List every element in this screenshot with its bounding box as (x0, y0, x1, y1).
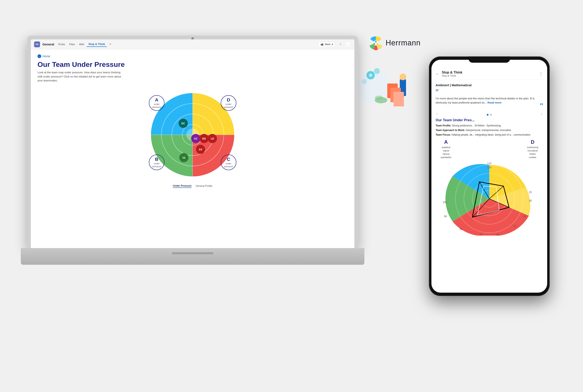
quadrant-d-letter: D (227, 97, 230, 103)
laptop-body: PE General Posts Files Wiki Stop & Think… (27, 36, 358, 248)
team-profile-label: Team Profile: (436, 124, 451, 127)
descriptor-d-words: synthesizingconceptualholisticcreative (522, 146, 543, 159)
info-icon[interactable]: ⓘ (338, 42, 343, 47)
quadrant-b-letter: B (155, 157, 158, 162)
svg-point-2 (375, 41, 377, 43)
svg-text:50: 50 (513, 225, 516, 228)
svg-text:20: 20 (529, 191, 532, 194)
browser-nav: Posts Files Wiki Stop & Think + (57, 41, 113, 47)
carousel-prev[interactable]: ‹ (436, 111, 438, 116)
descriptor-d-letter: D (522, 139, 543, 145)
tab-wiki[interactable]: Wiki (77, 42, 86, 47)
chevron-down-icon: ▾ (332, 43, 333, 46)
tab-posts[interactable]: Posts (57, 42, 67, 47)
phone-title: Stop & Think (442, 70, 536, 74)
tab-files[interactable]: Files (67, 42, 76, 47)
svg-text:120: 120 (487, 166, 492, 169)
quadrant-d-label: D underpressure (221, 95, 236, 111)
phone-content: Ambivert | Mathematical " I'm more about… (431, 80, 547, 288)
team-focus-row: Team Focus: Helping people, de... integr… (436, 133, 543, 137)
svg-point-16 (375, 96, 383, 100)
legend-general-label: General Profile (196, 184, 212, 188)
team-approach-label: Team Approach to Work: (436, 129, 465, 132)
phone-subtitle: Stop & Think (442, 74, 536, 77)
carousel-dot-2[interactable] (490, 114, 492, 116)
descriptor-row: A analyticallogicalrationalquantitative … (436, 138, 543, 161)
legend-general-profile: General Profile (196, 184, 212, 188)
quote-text: I'm more about the people and the vision… (436, 96, 543, 104)
read-more-link[interactable]: Read more (488, 101, 501, 104)
phone-section-title: Our Team Under Pres... (436, 118, 543, 122)
phone-notch (469, 56, 510, 63)
page-content: ⌂ Home Our Team Under Pressure Look at t… (31, 49, 354, 248)
svg-text:100: 100 (443, 201, 447, 204)
phone-header: ← Stop & Think Stop & Think ⋮ (431, 69, 547, 80)
svg-text:70: 70 (479, 233, 482, 236)
svg-point-4 (374, 43, 375, 45)
legend-under-pressure-label: Under Pressure (173, 184, 191, 188)
home-label: Home (42, 54, 50, 58)
legend-under-pressure: Under Pressure (173, 184, 191, 188)
scene: Herrmann (21, 19, 562, 373)
laptop-base (21, 248, 364, 265)
quadrant-c-letter: C (227, 157, 230, 162)
meet-button[interactable]: 📹 Meet ▾ (318, 42, 335, 47)
quote-body: I'm more about the people and the vision… (436, 97, 535, 104)
descriptor-a: A analyticallogicalrationalquantitative (436, 139, 456, 159)
laptop-screen: PE General Posts Files Wiki Stop & Think… (31, 39, 354, 248)
team-focus-label: Team Focus: (436, 133, 451, 136)
pe-badge: PE (34, 42, 40, 47)
laptop: PE General Posts Files Wiki Stop & Think… (21, 36, 364, 265)
herrmann-logo-icon (369, 36, 383, 50)
svg-text:80: 80 (460, 228, 463, 230)
descriptor-a-words: analyticallogicalrationalquantitative (436, 146, 456, 159)
svg-point-3 (376, 43, 378, 45)
quadrant-c-label: C underpressure (221, 154, 236, 170)
page-subtitle: Look at the team map under pressure. How… (37, 70, 125, 83)
svg-text:90: 90 (444, 215, 447, 218)
team-profile-row: Team Profile: Strong preference... D/Yel… (436, 124, 543, 128)
meet-label: Meet (325, 43, 330, 46)
more-icon[interactable]: ··· (346, 42, 351, 47)
svg-text:110: 110 (487, 162, 492, 165)
legend: Under Pressure General Profile (37, 184, 348, 188)
quadrant-labels: A underpressure D underpressure B underp… (145, 87, 240, 183)
carousel-next[interactable]: › (541, 111, 542, 116)
team-focus-value: Helping people, de... integrating ideas.… (451, 133, 530, 136)
team-profile-value: Strong preference... D/Yellow - Synthesi… (452, 124, 501, 127)
team-approach-value: Interpersonal, entrepreneurial, innovati… (466, 129, 511, 132)
brain-map: DC AC DD LD AS (145, 87, 240, 183)
phone-screen: ← Stop & Think Stop & Think ⋮ Ambivert |… (431, 60, 547, 293)
more-options-button[interactable]: ⋮ (539, 72, 543, 76)
video-icon: 📹 (320, 43, 324, 46)
phone-header-titles: Stop & Think Stop & Think (442, 70, 536, 77)
quote-block: " I'm more about the people and the visi… (436, 90, 543, 108)
svg-text:40: 40 (523, 215, 526, 218)
add-tab-button[interactable]: + (108, 41, 113, 47)
radar-chart: 110 120 20 30 40 50 60 70 80 90 100 (436, 162, 543, 236)
team-approach-row: Team Approach to Work: Interpersonal, en… (436, 128, 543, 132)
phone: ← Stop & Think Stop & Think ⋮ Ambivert |… (429, 56, 550, 296)
svg-point-7 (400, 74, 406, 80)
svg-point-14 (369, 74, 372, 77)
browser-right: 📹 Meet ▾ ⓘ ··· (318, 42, 351, 47)
carousel-dot-1[interactable] (487, 114, 489, 116)
quadrant-a-letter: A (155, 97, 158, 103)
quote-open-icon: " (436, 90, 543, 95)
quadrant-a-label: A underpressure (149, 95, 164, 111)
carousel-nav: ‹ › (436, 111, 543, 116)
svg-text:30: 30 (529, 199, 532, 202)
descriptor-a-letter: A (436, 139, 456, 145)
page-title: Our Team Under Pressure (37, 60, 348, 68)
ambivert-badge: Ambivert | Mathematical (436, 83, 543, 87)
quote-close-icon: " (436, 104, 543, 108)
herrmann-name: Herrmann (386, 38, 421, 47)
back-button[interactable]: ← (436, 72, 439, 76)
quadrant-b-label: B underpressure (149, 154, 164, 170)
tab-stop-think[interactable]: Stop & Think (87, 42, 107, 47)
channel-name: General (42, 42, 54, 46)
carousel-dots (487, 114, 492, 116)
svg-text:60: 60 (496, 233, 499, 236)
svg-point-12 (374, 68, 380, 74)
breadcrumb: ⌂ Home (37, 54, 348, 58)
